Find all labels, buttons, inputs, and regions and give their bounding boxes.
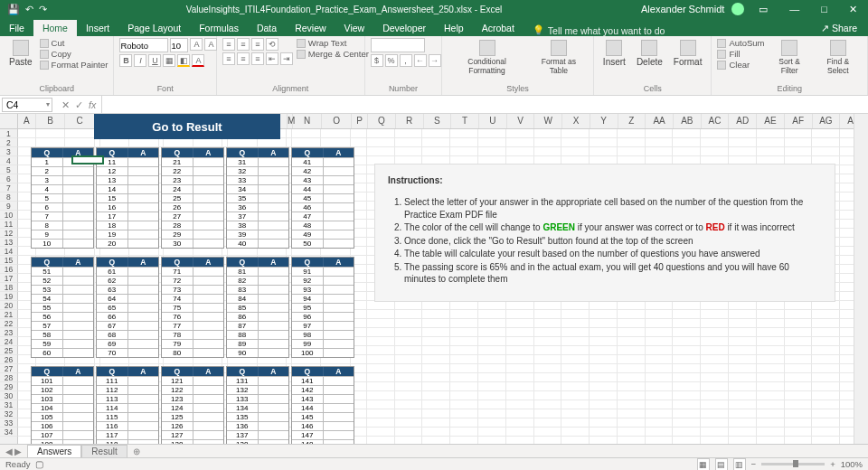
cell[interactable] bbox=[367, 129, 395, 138]
cell[interactable] bbox=[701, 382, 729, 391]
cell[interactable] bbox=[478, 310, 506, 319]
answer-cell[interactable] bbox=[193, 421, 224, 430]
cell[interactable] bbox=[673, 418, 701, 428]
view-layout-icon[interactable]: ▤ bbox=[715, 458, 728, 471]
answer-cell[interactable] bbox=[193, 212, 224, 221]
cell[interactable] bbox=[395, 129, 423, 138]
answer-cell[interactable] bbox=[63, 267, 94, 276]
answer-cell[interactable] bbox=[63, 285, 94, 294]
cell[interactable] bbox=[506, 310, 534, 319]
avatar[interactable] bbox=[731, 3, 744, 15]
answer-cell[interactable] bbox=[324, 312, 354, 321]
cell[interactable] bbox=[590, 147, 618, 156]
answer-cell[interactable] bbox=[63, 321, 94, 330]
answer-cell[interactable] bbox=[63, 166, 94, 175]
align-mid[interactable]: ≡ bbox=[237, 38, 250, 51]
col-header-X[interactable]: X bbox=[562, 114, 590, 128]
answer-cell[interactable] bbox=[63, 294, 94, 303]
answer-cell[interactable] bbox=[128, 239, 159, 248]
col-header-A[interactable]: A bbox=[18, 114, 36, 128]
cell[interactable] bbox=[100, 138, 130, 147]
cell[interactable] bbox=[646, 301, 674, 310]
cell[interactable] bbox=[422, 355, 450, 364]
cell[interactable] bbox=[534, 391, 562, 400]
cell[interactable] bbox=[757, 391, 785, 400]
answer-cell[interactable] bbox=[63, 303, 94, 312]
cell[interactable] bbox=[618, 138, 646, 147]
cell[interactable] bbox=[840, 193, 868, 202]
cell[interactable] bbox=[506, 319, 534, 328]
answer-cell[interactable] bbox=[324, 385, 354, 394]
cell[interactable] bbox=[701, 346, 729, 355]
answer-cell[interactable] bbox=[63, 412, 94, 421]
cell[interactable] bbox=[590, 355, 618, 364]
answer-cell[interactable] bbox=[259, 385, 289, 394]
cell[interactable] bbox=[840, 129, 868, 138]
answer-cell[interactable] bbox=[324, 166, 354, 175]
cell[interactable] bbox=[292, 129, 322, 138]
answer-cell[interactable] bbox=[324, 267, 354, 276]
cell[interactable] bbox=[757, 400, 785, 409]
cell[interactable] bbox=[534, 138, 562, 147]
cell[interactable] bbox=[812, 301, 840, 310]
answer-cell[interactable] bbox=[324, 285, 354, 294]
answer-cell[interactable] bbox=[259, 157, 289, 166]
cell[interactable] bbox=[561, 346, 590, 355]
answer-cell[interactable] bbox=[128, 430, 159, 439]
row-header-31[interactable]: 31 bbox=[0, 400, 18, 409]
cell[interactable] bbox=[36, 129, 66, 138]
cell[interactable] bbox=[757, 328, 785, 337]
cell[interactable] bbox=[812, 337, 840, 346]
answer-cell[interactable] bbox=[63, 394, 94, 403]
cell[interactable] bbox=[840, 147, 868, 156]
cell[interactable] bbox=[840, 211, 868, 220]
cell[interactable] bbox=[673, 382, 701, 391]
conditional-formatting[interactable]: Conditional Formatting bbox=[448, 38, 526, 77]
cell[interactable] bbox=[590, 382, 618, 391]
cell[interactable] bbox=[840, 265, 868, 274]
cell[interactable] bbox=[673, 391, 701, 400]
answer-cell[interactable] bbox=[128, 394, 159, 403]
cell[interactable] bbox=[729, 337, 757, 346]
answer-cell[interactable] bbox=[63, 348, 94, 357]
fill-color-button[interactable]: ◧ bbox=[177, 54, 190, 67]
answer-cell[interactable] bbox=[128, 376, 159, 385]
row-header-7[interactable]: 7 bbox=[0, 183, 18, 193]
answer-cell[interactable] bbox=[193, 294, 224, 303]
answer-cell[interactable] bbox=[128, 294, 159, 303]
percent[interactable]: % bbox=[385, 54, 398, 67]
cell[interactable] bbox=[618, 301, 646, 310]
cell[interactable] bbox=[478, 138, 506, 147]
align-right[interactable]: ≡ bbox=[251, 52, 264, 65]
answer-cell[interactable] bbox=[259, 276, 289, 285]
answer-cell[interactable] bbox=[324, 330, 354, 339]
cell[interactable] bbox=[478, 319, 506, 328]
cell[interactable] bbox=[701, 328, 729, 337]
cell[interactable] bbox=[422, 129, 450, 138]
cell[interactable] bbox=[757, 147, 785, 156]
cell[interactable] bbox=[395, 328, 423, 337]
row-header-23[interactable]: 23 bbox=[0, 328, 18, 337]
cell[interactable] bbox=[701, 138, 729, 147]
cell[interactable] bbox=[534, 428, 562, 437]
answer-cell[interactable] bbox=[63, 212, 94, 221]
cell[interactable] bbox=[450, 129, 478, 138]
cell[interactable] bbox=[812, 400, 840, 409]
cell[interactable] bbox=[561, 400, 590, 409]
cell[interactable] bbox=[840, 346, 868, 355]
tab-acrobat[interactable]: Acrobat bbox=[473, 20, 524, 36]
cell[interactable] bbox=[812, 355, 840, 364]
cell[interactable] bbox=[450, 147, 478, 156]
cell[interactable] bbox=[506, 337, 534, 346]
cell[interactable] bbox=[193, 138, 223, 147]
answer-cell[interactable] bbox=[324, 421, 354, 430]
answer-cell[interactable] bbox=[193, 303, 224, 312]
cell[interactable] bbox=[367, 364, 395, 373]
answer-cell[interactable] bbox=[128, 267, 159, 276]
answer-cell[interactable] bbox=[324, 221, 354, 230]
cell[interactable] bbox=[478, 364, 506, 373]
answer-cell[interactable] bbox=[324, 276, 354, 285]
cell[interactable] bbox=[840, 382, 868, 391]
cell[interactable] bbox=[673, 310, 701, 319]
macro-record-icon[interactable]: ▢ bbox=[35, 459, 43, 469]
